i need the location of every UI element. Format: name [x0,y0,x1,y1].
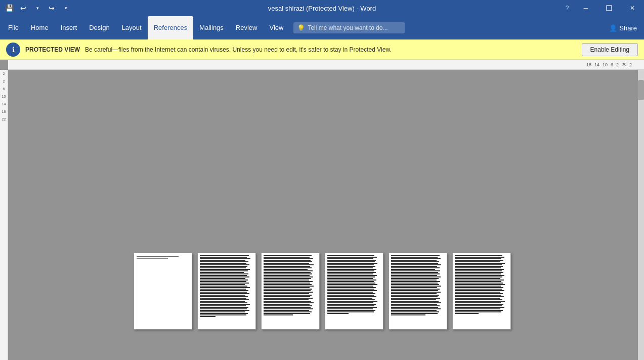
ruler-num: 2 [616,62,619,67]
page-thumbnail-2 [197,253,256,330]
quick-access-toolbar: 💾 ↩ ▾ ↪ ▾ [0,2,72,14]
page-thumbnail-1 [134,253,192,330]
save-button[interactable]: 💾 [3,2,15,14]
page-thumbnail-6 [452,253,511,330]
customize-qat[interactable]: ▾ [60,2,72,14]
ruler-num: 6 [611,62,613,67]
protected-view-icon: ℹ [6,43,20,57]
page-thumbnail-5 [389,253,447,330]
ruler-close-icon[interactable]: ✕ [622,61,626,68]
undo-dropdown[interactable]: ▾ [31,2,44,14]
tab-mailings[interactable]: Mailings [193,16,230,39]
undo-button[interactable]: ↩ [17,2,29,14]
tab-references[interactable]: References [148,16,193,39]
ruler-num: 10 [603,62,608,67]
tab-insert[interactable]: Insert [55,16,83,39]
share-button[interactable]: 👤 Share [604,22,642,34]
title-bar: 💾 ↩ ▾ ↪ ▾ vesal shirazi (Protected View)… [0,0,644,16]
enable-editing-button[interactable]: Enable Editing [582,43,638,56]
tab-review[interactable]: Review [230,16,264,39]
page-thumbnail-3 [261,253,320,330]
document-area: 2 2 6 10 14 18 22 18 14 10 6 2 ✕ 2 [0,60,644,360]
close-button[interactable]: ✕ [621,0,644,16]
content-area: 18 14 10 6 2 ✕ 2 [0,60,644,360]
tab-view[interactable]: View [263,16,289,39]
help-icon[interactable]: ? [560,1,574,15]
ruler-num: 18 [586,62,591,67]
tell-me-input[interactable] [293,22,405,33]
page-thumbnail-4 [325,253,383,330]
window-title: vesal shirazi (Protected View) - Word [268,5,376,12]
ribbon: File Home Insert Design Layout Reference… [0,16,644,39]
tab-home[interactable]: Home [25,16,55,39]
vertical-scrollbar[interactable] [638,70,644,360]
pages-container [134,253,511,330]
minimize-button[interactable]: ─ [574,0,597,16]
protected-view-message: Be careful—files from the Internet can c… [85,46,577,53]
protected-view-bar: ℹ PROTECTED VIEW Be careful—files from t… [0,39,644,60]
tab-file[interactable]: File [2,16,25,39]
tab-layout[interactable]: Layout [116,16,148,39]
maximize-button[interactable] [597,0,621,16]
protected-view-label: PROTECTED VIEW [25,46,80,53]
ruler-num: 2 [629,62,632,67]
window-controls: ? ─ ✕ [560,0,644,16]
redo-button[interactable]: ↪ [46,2,58,14]
top-ruler: 18 14 10 6 2 ✕ 2 [8,60,644,70]
tab-design[interactable]: Design [83,16,115,39]
scrollbar-thumb[interactable] [638,80,644,100]
person-icon: 👤 [609,24,617,32]
ruler-num: 14 [594,62,599,67]
svg-rect-0 [607,6,612,11]
tell-me-area: 💡 [293,22,604,33]
